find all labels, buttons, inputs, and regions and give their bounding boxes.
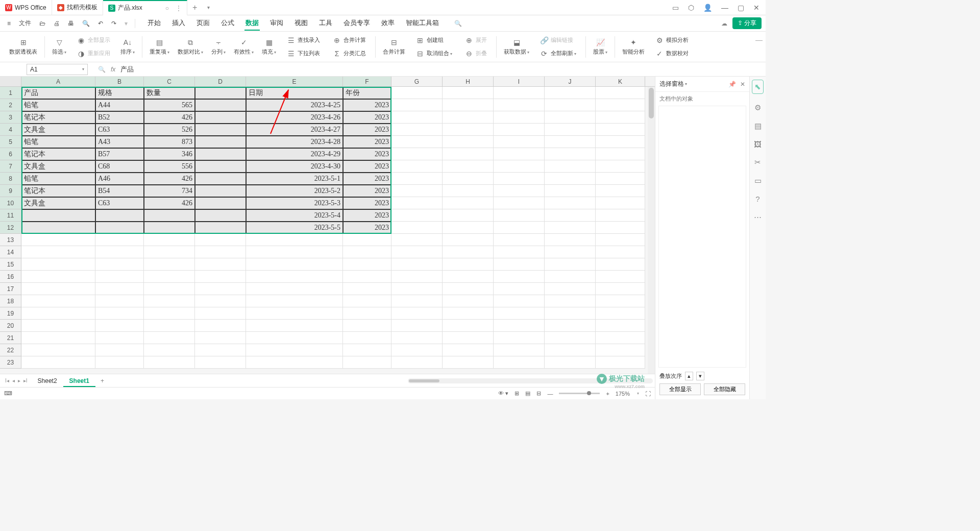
screen-icon[interactable]: ▭	[754, 176, 762, 185]
row-header-8[interactable]: 8	[0, 173, 21, 185]
cell-B19[interactable]	[95, 307, 144, 320]
cell-G4[interactable]	[391, 124, 443, 136]
cell-E13[interactable]	[246, 234, 343, 246]
cell-G18[interactable]	[391, 295, 443, 307]
cell-B20[interactable]	[95, 320, 144, 332]
cell-B21[interactable]	[95, 332, 144, 344]
cell-F14[interactable]	[343, 246, 391, 258]
cell-D2[interactable]	[195, 99, 246, 111]
cell-B9[interactable]: B54	[95, 185, 144, 197]
cell-E19[interactable]	[246, 307, 343, 320]
share-button[interactable]: ⇪分享	[732, 17, 762, 29]
cell-D19[interactable]	[195, 307, 246, 320]
cell-A15[interactable]	[21, 258, 95, 271]
cell-H19[interactable]	[443, 307, 494, 320]
cell-C18[interactable]	[144, 295, 195, 307]
cube-icon[interactable]: ⬡	[688, 4, 694, 12]
cell-I3[interactable]	[494, 111, 545, 124]
row-header-21[interactable]: 21	[0, 332, 21, 344]
cell-C5[interactable]: 873	[144, 136, 195, 148]
cell-G12[interactable]	[391, 222, 443, 234]
cell-H3[interactable]	[443, 111, 494, 124]
cell-H17[interactable]	[443, 283, 494, 295]
cell-E3[interactable]: 2023-4-26	[246, 111, 343, 124]
cell-K2[interactable]	[596, 99, 645, 111]
cell-I9[interactable]	[494, 185, 545, 197]
cell-K14[interactable]	[596, 246, 645, 258]
cell-J14[interactable]	[545, 246, 596, 258]
add-sheet-button[interactable]: +	[96, 377, 108, 384]
cell-H5[interactable]	[443, 136, 494, 148]
cell-G10[interactable]	[391, 197, 443, 209]
cell-C13[interactable]	[144, 234, 195, 246]
ribbon-tab-3[interactable]: 公式	[220, 16, 235, 31]
cell-C14[interactable]	[144, 246, 195, 258]
cell-D1[interactable]	[195, 87, 246, 99]
cell-K10[interactable]	[596, 197, 645, 209]
cell-D10[interactable]	[195, 197, 246, 209]
close-pane-icon[interactable]: ✕	[740, 81, 745, 88]
cell-C11[interactable]	[144, 209, 195, 222]
window-layout-icon[interactable]: ▭	[672, 4, 679, 12]
select-tool-icon[interactable]: ⬉	[752, 80, 764, 94]
sheet-tab-Sheet1[interactable]: Sheet1	[63, 376, 95, 387]
cell-A17[interactable]	[21, 283, 95, 295]
smart-analysis-button[interactable]: ✦ 智能分析	[619, 34, 648, 60]
col-header-K[interactable]: K	[596, 77, 645, 86]
cell-F19[interactable]	[343, 307, 391, 320]
cell-A18[interactable]	[21, 295, 95, 307]
cell-G1[interactable]	[391, 87, 443, 99]
expand-button[interactable]: ⊕展开	[461, 34, 490, 46]
cell-D20[interactable]	[195, 320, 246, 332]
cell-I16[interactable]	[494, 271, 545, 283]
fill-button[interactable]: ▦ 填充▾	[259, 34, 279, 60]
formula-content[interactable]: 产品	[120, 65, 134, 74]
cell-F17[interactable]	[343, 283, 391, 295]
move-up-icon[interactable]: ▴	[685, 372, 693, 380]
cell-K19[interactable]	[596, 307, 645, 320]
cell-G3[interactable]	[391, 111, 443, 124]
row-header-4[interactable]: 4	[0, 124, 21, 136]
quickbar-dropdown-icon[interactable]: ▾	[121, 18, 131, 29]
sheet-nav[interactable]: I◂◂▸▸I	[2, 378, 31, 383]
cell-D9[interactable]	[195, 185, 246, 197]
zoom-slider[interactable]	[559, 393, 600, 394]
cell-F13[interactable]	[343, 234, 391, 246]
pivot-table-button[interactable]: ⊞ 数据透视表	[6, 34, 40, 60]
data-check-button[interactable]: ✓数据校对	[652, 47, 692, 60]
cell-H10[interactable]	[443, 197, 494, 209]
cell-A22[interactable]	[21, 344, 95, 356]
cell-J3[interactable]	[545, 111, 596, 124]
col-header-F[interactable]: F	[343, 77, 391, 86]
ribbon-tab-5[interactable]: 审阅	[269, 16, 284, 31]
cell-I14[interactable]	[494, 246, 545, 258]
cell-K9[interactable]	[596, 185, 645, 197]
cell-A12[interactable]	[21, 222, 95, 234]
row-header-9[interactable]: 9	[0, 185, 21, 197]
view-page-icon[interactable]: ▤	[525, 390, 530, 397]
cell-I22[interactable]	[494, 344, 545, 356]
cell-K21[interactable]	[596, 332, 645, 344]
cell-E6[interactable]: 2023-4-29	[246, 148, 343, 160]
cell-B11[interactable]	[95, 209, 144, 222]
cell-K15[interactable]	[596, 258, 645, 271]
name-box[interactable]: A1 ▾	[27, 64, 88, 75]
cell-J2[interactable]	[545, 99, 596, 111]
duplicates-button[interactable]: ▤ 重复项▾	[146, 34, 173, 60]
cell-B23[interactable]	[95, 356, 144, 369]
show-all-button[interactable]: ◉全部显示	[74, 34, 113, 46]
cell-H21[interactable]	[443, 332, 494, 344]
tools-icon[interactable]: ✂	[754, 158, 761, 167]
cell-B7[interactable]: C68	[95, 160, 144, 173]
cell-E15[interactable]	[246, 258, 343, 271]
view-normal-icon[interactable]: ⊞	[514, 390, 519, 397]
cell-I23[interactable]	[494, 356, 545, 369]
ribbon-tab-7[interactable]: 工具	[318, 16, 333, 31]
hide-all-button[interactable]: 全部隐藏	[704, 383, 745, 395]
cell-E1[interactable]: 日期	[246, 87, 343, 99]
cell-E21[interactable]	[246, 332, 343, 344]
cell-I1[interactable]	[494, 87, 545, 99]
cell-C4[interactable]: 526	[144, 124, 195, 136]
cell-B12[interactable]	[95, 222, 144, 234]
cell-A20[interactable]	[21, 320, 95, 332]
